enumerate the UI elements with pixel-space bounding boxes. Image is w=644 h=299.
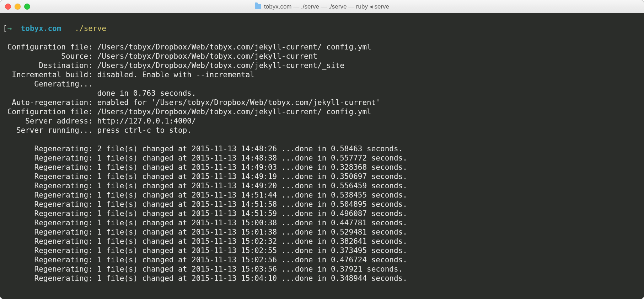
terminal-window: tobyx.com — ./serve — ./serve — ruby ◂ s… — [0, 0, 644, 299]
prompt-line: [→ tobyx.com ./serve ] — [3, 24, 641, 33]
regenerating-block: Regenerating: 2 file(s) changed at 2015-… — [3, 145, 407, 283]
close-icon[interactable] — [5, 4, 11, 10]
prompt-open-bracket: [ — [3, 24, 7, 33]
prompt-arrow-icon: → — [7, 24, 12, 33]
titlebar[interactable]: tobyx.com — ./serve — ./serve — ruby ◂ s… — [0, 0, 644, 13]
prompt-command: ./serve — [75, 24, 106, 33]
folder-icon — [255, 4, 261, 9]
prompt-cwd: tobyx.com — [21, 24, 61, 33]
traffic-lights — [0, 4, 30, 10]
zoom-icon[interactable] — [24, 4, 30, 10]
window-title-text: tobyx.com — ./serve — ./serve — ruby ◂ s… — [264, 3, 389, 10]
window-title: tobyx.com — ./serve — ./serve — ruby ◂ s… — [0, 3, 644, 10]
minimize-icon[interactable] — [15, 4, 21, 10]
terminal-body[interactable]: [→ tobyx.com ./serve ] Configuration fil… — [0, 13, 644, 299]
jekyll-info-block: Configuration file: /Users/tobyx/Dropbox… — [3, 43, 380, 135]
